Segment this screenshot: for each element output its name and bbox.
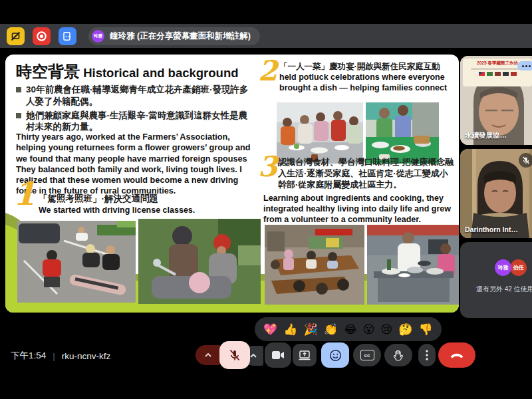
presenter-status-chip[interactable]: 玲雅 鐘玲雅 (正在分享螢幕畫面和新增註解) bbox=[88, 27, 260, 45]
participant-1-more-button[interactable] bbox=[517, 61, 532, 70]
photo-outdoor-cooking-demo bbox=[367, 225, 459, 305]
photo-community-classroom bbox=[265, 225, 364, 305]
mic-options-button[interactable] bbox=[196, 345, 221, 365]
flag-icon bbox=[487, 72, 493, 76]
slide-step-3: 3 認識台灣食材、學台灣口味料理·把健康概念融入生活·逐漸受家庭、社區肯定·從志… bbox=[259, 157, 459, 225]
step-3-number: 3 bbox=[258, 154, 277, 180]
avatar-lingya: 玲雅 bbox=[495, 259, 511, 276]
present-screen-icon bbox=[299, 350, 311, 360]
participant-tile-1[interactable]: 2025 春季國際工作坊 永續發展協… bbox=[460, 56, 532, 145]
present-screen-button[interactable] bbox=[293, 344, 317, 366]
reaction-clap[interactable]: 👏 bbox=[324, 324, 338, 335]
step-1-number: 1 bbox=[13, 180, 35, 208]
record-button[interactable] bbox=[33, 27, 51, 45]
more-options-button[interactable] bbox=[418, 344, 436, 366]
reaction-thumbs-up[interactable]: 👍 bbox=[283, 324, 297, 335]
bullet-square-icon bbox=[16, 87, 21, 92]
flag-icon bbox=[511, 72, 517, 76]
avatar-boren: 伯任 bbox=[510, 259, 527, 276]
reaction-laugh[interactable]: 😂 bbox=[344, 324, 357, 335]
reaction-surprised[interactable]: 😮 bbox=[363, 324, 375, 335]
captions-icon: cc bbox=[360, 350, 374, 360]
mic-mute-button[interactable] bbox=[219, 341, 250, 369]
overflow-count-label: 還有另外 42 位使用… bbox=[476, 285, 532, 294]
captions-button[interactable]: cc bbox=[353, 344, 381, 366]
slide-title: 時空背景 Historical and background bbox=[16, 61, 239, 82]
step-3-en: Learning about ingredients and cooking, … bbox=[263, 193, 458, 225]
smiley-icon bbox=[329, 349, 342, 362]
camera-button[interactable] bbox=[265, 342, 291, 368]
chevron-up-icon bbox=[204, 352, 212, 358]
photo-driving-course-practice bbox=[17, 221, 136, 303]
photo-scooter-riding-lesson bbox=[138, 219, 261, 304]
presenter-avatar: 玲雅 bbox=[92, 30, 104, 43]
overflow-avatars: 玲雅 伯任 bbox=[495, 259, 527, 276]
bullet-text: 她們兼顧家庭與農事·生活艱辛·當時意識到這群女性是農村未來的新力量。 bbox=[26, 110, 254, 134]
shared-screen-slide: 時空背景 Historical and background 30年前農會任職·… bbox=[5, 55, 459, 313]
annotation-toolbar: 玲雅 鐘玲雅 (正在分享螢幕畫面和新增註解) bbox=[0, 24, 532, 48]
raise-hand-icon bbox=[393, 350, 404, 361]
banner-flags-row bbox=[466, 72, 529, 76]
divider: | bbox=[53, 351, 55, 361]
step-2-zh: 「一人一菜」慶功宴·開啟與新住民家庭互動 bbox=[279, 61, 459, 72]
slide-bullet-list: 30年前農會任職·輔導返鄉青年成立花卉產銷班·發現許多人娶了外籍配偶。 她們兼顧… bbox=[16, 84, 254, 135]
photo-kitchen-potluck-cooking bbox=[277, 102, 363, 164]
step-1-en: We started with driving license classes. bbox=[39, 205, 254, 215]
slide-title-en: Historical and background bbox=[80, 66, 239, 80]
reaction-party[interactable]: 🎉 bbox=[303, 324, 317, 335]
chevron-up-icon bbox=[249, 353, 257, 358]
step-2-en: held potluck celebrations where everyone… bbox=[279, 72, 458, 93]
photo-potluck-food-table bbox=[366, 102, 439, 164]
more-vertical-icon bbox=[426, 350, 428, 360]
slide-step-1: 1 「駕照考照班」·解決交通問題 We started with driving… bbox=[15, 193, 254, 215]
reaction-thumbs-down[interactable]: 👎 bbox=[418, 324, 432, 335]
flag-icon bbox=[503, 72, 509, 76]
step-3-zh: 認識台灣食材、學台灣口味料理·把健康概念融入生活·逐漸受家庭、社區肯定·從志工變… bbox=[278, 157, 456, 191]
taiwan-flag-icon bbox=[479, 72, 485, 76]
reaction-thinking[interactable]: 🤔 bbox=[398, 324, 412, 335]
banner-subtext-line bbox=[471, 68, 524, 70]
step-2-number: 2 bbox=[258, 59, 277, 84]
participant-2-name: Darinthorn Int… bbox=[465, 225, 518, 233]
camera-icon bbox=[271, 350, 285, 360]
bullet-square-icon bbox=[16, 113, 21, 118]
participants-overflow-tile[interactable]: 玲雅 伯任 還有另外 42 位使用… bbox=[460, 242, 532, 318]
flag-icon bbox=[495, 72, 501, 76]
share-annotate-icon bbox=[63, 31, 72, 41]
meeting-code: rku-ncnv-kfz bbox=[62, 351, 111, 361]
reaction-cry[interactable]: 😢 bbox=[380, 324, 392, 335]
raise-hand-button[interactable] bbox=[384, 344, 412, 366]
end-call-icon bbox=[450, 352, 464, 358]
annotation-off-button[interactable] bbox=[7, 27, 25, 45]
share-annotate-button[interactable] bbox=[59, 27, 76, 45]
slide-title-zh: 時空背景 bbox=[16, 63, 80, 80]
reactions-bar: 💖 👍 🎉 👏 😂 😮 😢 🤔 👎 bbox=[255, 317, 442, 341]
meeting-info: 下午1:54 | rku-ncnv-kfz bbox=[11, 350, 110, 362]
step-1-zh: 「駕照考照班」·解決交通問題 bbox=[39, 193, 254, 205]
reaction-heart[interactable]: 💖 bbox=[263, 324, 277, 335]
bullet-text: 30年前農會任職·輔導返鄉青年成立花卉產銷班·發現許多人娶了外籍配偶。 bbox=[26, 84, 254, 108]
participant-1-name: 永續發展協… bbox=[465, 131, 507, 140]
slide-step-2: 2 「一人一菜」慶功宴·開啟與新住民家庭互動 held potluck cele… bbox=[259, 61, 459, 93]
record-icon bbox=[36, 31, 47, 42]
bullet-item: 30年前農會任職·輔導返鄉青年成立花卉產銷班·發現許多人娶了外籍配偶。 bbox=[16, 84, 254, 108]
bullet-item: 她們兼顧家庭與農事·生活艱辛·當時意識到這群女性是農村未來的新力量。 bbox=[16, 110, 254, 134]
participant-2-muted-icon bbox=[519, 153, 532, 168]
end-call-button[interactable] bbox=[438, 342, 475, 368]
reactions-toggle-button[interactable] bbox=[321, 342, 349, 368]
annotation-off-icon bbox=[11, 31, 21, 41]
mic-off-icon bbox=[229, 349, 241, 361]
clock-time: 下午1:54 bbox=[11, 350, 46, 362]
presenter-status-label: 鐘玲雅 (正在分享螢幕畫面和新增註解) bbox=[110, 31, 251, 42]
participant-tile-2[interactable]: Darinthorn Int… bbox=[460, 149, 532, 238]
slide-intro-paragraph: Thirty years ago, worked at the Farmers’… bbox=[16, 132, 257, 197]
